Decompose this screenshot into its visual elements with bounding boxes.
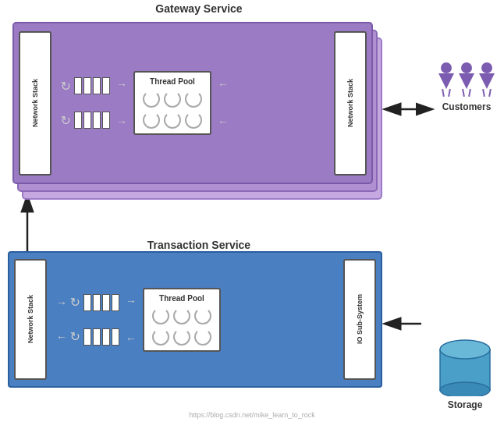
person-head <box>461 62 472 73</box>
gateway-network-stack-left-label: Network Stack <box>31 79 39 127</box>
gateway-network-stack-right-label: Network Stack <box>346 79 354 127</box>
gateway-bars-1 <box>74 77 110 94</box>
leg <box>468 89 471 97</box>
gateway-layer-1: Network Stack ↺ <box>12 22 373 184</box>
customers-section: Customers <box>438 62 495 112</box>
customers-label: Customers <box>442 101 492 112</box>
leg <box>442 89 445 97</box>
thread-circle <box>143 90 160 108</box>
bar <box>102 77 110 94</box>
leg <box>488 89 492 97</box>
thread-circle <box>152 328 169 346</box>
transaction-thread-pool-label: Thread Pool <box>159 294 204 303</box>
trans-arrow-right-1: → <box>56 296 67 309</box>
leg <box>448 89 451 97</box>
svg-point-9 <box>440 382 490 396</box>
transaction-network-stack-label: Network Stack <box>27 295 34 343</box>
gateway-queue-left: ↺ ↺ <box>61 77 110 129</box>
customers-figures <box>438 62 495 97</box>
arrow-left-1: ← <box>218 78 229 90</box>
bar <box>83 112 91 129</box>
thread-circle <box>164 112 181 129</box>
thread-circle <box>173 328 190 346</box>
person-head <box>441 62 452 73</box>
person-legs <box>483 89 491 97</box>
bar <box>93 112 101 129</box>
gateway-queue-row-1: ↺ <box>61 77 110 94</box>
bar <box>102 328 110 346</box>
storage-label: Storage <box>448 399 483 410</box>
trans-cycle-1: ↺ <box>70 295 80 310</box>
diagram-container: Gateway Service Network Stack ↺ <box>0 0 504 422</box>
leg <box>462 89 465 97</box>
io-subsystem: IO Sub-System <box>343 259 376 380</box>
arrow-right-1: → <box>116 78 127 90</box>
bar <box>102 294 110 311</box>
gateway-arrows-from-pool: ← ← <box>218 78 229 128</box>
customer-3 <box>479 62 495 97</box>
arrow-right: → <box>126 295 137 307</box>
thread-circle <box>164 90 181 108</box>
bar <box>112 294 119 311</box>
gateway-network-stack-left: Network Stack <box>19 31 51 176</box>
watermark: https://blog.csdn.net/mike_learn_to_rock <box>189 411 315 419</box>
bar <box>93 294 101 311</box>
transaction-queue-row-2: ← ↺ <box>56 328 119 346</box>
storage-section: Storage <box>438 334 492 410</box>
arrow-right: ← <box>126 332 137 345</box>
thread-circle <box>194 328 211 346</box>
leg <box>482 89 485 97</box>
trans-arrows-to-pool: → ← <box>126 295 137 345</box>
bar <box>74 112 82 129</box>
bar <box>93 328 101 346</box>
trans-bars-1 <box>83 294 119 311</box>
gateway-cycle-icon-2: ↺ <box>61 113 71 128</box>
trans-cycle-2: ↺ <box>70 329 80 344</box>
person-body <box>438 73 454 89</box>
customer-1 <box>438 62 454 97</box>
thread-circle <box>152 307 169 324</box>
storage-cylinder-svg <box>438 334 492 396</box>
bar <box>112 328 119 346</box>
thread-circle <box>185 90 202 108</box>
transaction-service-title: Transaction Service <box>8 238 390 252</box>
person-legs <box>442 89 450 97</box>
person-legs <box>463 89 470 97</box>
transaction-thread-circles <box>152 307 211 346</box>
arrow-left-2: ← <box>218 115 229 128</box>
gateway-cycle-icon-1: ↺ <box>61 79 71 94</box>
bar <box>83 77 91 94</box>
thread-circle <box>173 307 190 324</box>
bar <box>83 328 91 346</box>
gateway-network-stack-right: Network Stack <box>334 31 367 176</box>
gateway-thread-pool: Thread Pool <box>133 71 211 135</box>
gateway-thread-circles <box>143 90 202 129</box>
person-head <box>481 62 492 73</box>
gateway-title-text: Gateway Service <box>155 2 242 15</box>
transaction-thread-pool: Thread Pool <box>143 288 221 352</box>
person-body <box>459 73 474 89</box>
transaction-queue-row-1: → ↺ <box>56 294 119 311</box>
gateway-bars-2 <box>74 112 110 129</box>
transaction-network-stack: Network Stack <box>14 259 47 380</box>
gateway-inner-content: Network Stack ↺ <box>14 23 371 183</box>
trans-arrow-left-1: ← <box>56 331 67 343</box>
transaction-queue: → ↺ ← ↺ <box>56 294 119 346</box>
trans-bars-2 <box>83 328 119 346</box>
bar <box>83 294 91 311</box>
gateway-service-container: Network Stack ↺ <box>8 14 390 200</box>
thread-circle <box>185 112 202 129</box>
bar <box>102 112 110 129</box>
io-subsystem-label: IO Sub-System <box>356 294 364 344</box>
gateway-arrows-to-pool: → → <box>116 78 127 128</box>
watermark-text: https://blog.csdn.net/mike_learn_to_rock <box>189 411 315 419</box>
thread-circle <box>143 112 160 129</box>
gateway-queue-row-2: ↺ <box>61 112 110 129</box>
thread-circle <box>194 307 211 324</box>
person-body <box>479 73 495 89</box>
transaction-title-text: Transaction Service <box>147 239 250 251</box>
bar <box>74 77 82 94</box>
arrow-right-2: → <box>116 115 127 128</box>
customer-2 <box>459 62 474 97</box>
bar <box>93 77 101 94</box>
